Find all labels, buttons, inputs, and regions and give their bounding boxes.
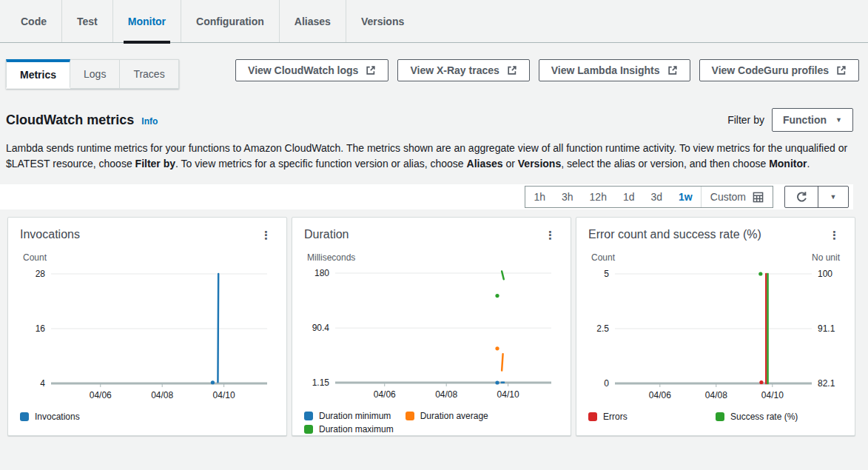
chart-title: Duration [304, 228, 349, 241]
external-link-icon [366, 65, 376, 75]
custom-range-button[interactable]: Custom [701, 187, 773, 207]
time-range-band: 1h3h12h1d3d1w Custom ▼ [0, 184, 853, 209]
range-1h[interactable]: 1h [525, 187, 554, 207]
legend-item-duration-average[interactable]: Duration average [406, 411, 488, 421]
filter-by-value: Function [783, 114, 827, 126]
subtab-metrics[interactable]: Metrics [6, 59, 70, 88]
svg-text:91.1: 91.1 [818, 323, 835, 334]
range-3h[interactable]: 3h [554, 187, 582, 207]
chart-plot-area: 4162804/0604/0804/10 [20, 268, 275, 403]
y-axis-label: Count [23, 252, 47, 263]
legend-marker [406, 412, 414, 420]
chart-legend: Invocations [20, 412, 275, 422]
subtab-traces[interactable]: Traces [120, 59, 178, 89]
range-1d[interactable]: 1d [615, 187, 643, 207]
view-cloudwatch-logs-button[interactable]: View CloudWatch logs [235, 59, 388, 81]
svg-text:04/10: 04/10 [497, 389, 519, 400]
svg-text:16: 16 [36, 323, 46, 334]
svg-text:04/06: 04/06 [649, 390, 671, 400]
filter-by-dropdown[interactable]: Function ▼ [772, 108, 853, 132]
chart-legend: ErrorsSuccess rate (%) [588, 412, 843, 422]
external-link-icon [667, 65, 678, 75]
svg-text:90.4: 90.4 [312, 323, 330, 333]
tab-monitor[interactable]: Monitor [112, 0, 181, 42]
caret-down-icon: ▼ [835, 116, 842, 124]
time-range-options: 1h3h12h1d3d1w [525, 187, 700, 207]
refresh-options-button[interactable]: ▼ [818, 187, 848, 207]
y-axis-label: Count [591, 252, 615, 263]
series-dot-duration-maximum [495, 294, 499, 298]
svg-text:28: 28 [36, 269, 46, 279]
y-axis-label-right: No unit [812, 252, 840, 263]
external-actions: View CloudWatch logsView X-Ray tracesVie… [235, 59, 862, 81]
filter-by-label: Filter by [727, 114, 764, 126]
calendar-icon [753, 192, 764, 203]
legend-item-duration-maximum[interactable]: Duration maximum [304, 424, 394, 434]
svg-text:0: 0 [604, 378, 609, 389]
legend-marker [20, 412, 29, 421]
external-link-icon [836, 65, 847, 75]
legend-item-errors[interactable]: Errors [588, 412, 716, 422]
monitor-subheader: MetricsLogsTraces View CloudWatch logsVi… [0, 43, 868, 89]
series-dot-duration-minimum [495, 380, 499, 384]
chart-plot-area: 1.1590.418004/0604/0804/10 [304, 267, 559, 402]
svg-text:100: 100 [818, 269, 832, 279]
svg-text:04/10: 04/10 [761, 390, 784, 400]
legend-label: Errors [603, 412, 628, 422]
svg-text:04/06: 04/06 [374, 389, 396, 400]
svg-text:4: 4 [40, 378, 45, 389]
legend-marker [716, 412, 724, 421]
legend-marker [588, 412, 597, 421]
series-line-duration-maximum [502, 272, 504, 280]
custom-range-label: Custom [710, 191, 746, 203]
tab-bar: CodeTestMonitorConfigurationAliasesVersi… [0, 0, 868, 43]
external-link-icon [507, 65, 517, 75]
view-x-ray-traces-button[interactable]: View X-Ray traces [397, 59, 529, 81]
series-line-duration-average [502, 354, 502, 370]
metrics-header-row: CloudWatch metrics Info Filter by Functi… [0, 89, 868, 132]
view-lambda-insights-button[interactable]: View Lambda Insights [539, 59, 690, 81]
series-line-invocations [218, 274, 218, 382]
kebab-menu-icon[interactable]: ⋮ [258, 228, 275, 242]
tab-versions[interactable]: Versions [346, 0, 419, 42]
series-dot-duration-average [495, 346, 499, 350]
page-title-group: CloudWatch metrics Info [6, 113, 158, 128]
legend-item-success-rate[interactable]: Success rate (%) [716, 412, 843, 422]
tab-test[interactable]: Test [61, 0, 112, 42]
kebab-menu-icon[interactable]: ⋮ [542, 228, 559, 242]
metrics-logs-traces-tabs: MetricsLogsTraces [6, 59, 179, 89]
svg-text:2.5: 2.5 [596, 323, 609, 334]
view-codeguru-profiles-button[interactable]: View CodeGuru profiles [699, 59, 859, 81]
legend-marker [304, 412, 313, 420]
info-link[interactable]: Info [141, 116, 158, 127]
subtab-logs[interactable]: Logs [70, 59, 120, 89]
button-label: View Lambda Insights [551, 64, 660, 76]
filter-by-group: Filter by Function ▼ [727, 108, 853, 132]
series-dot-errors [759, 380, 763, 384]
legend-marker [304, 425, 313, 434]
tab-code[interactable]: Code [6, 0, 61, 42]
range-3d[interactable]: 3d [643, 187, 671, 207]
svg-text:1.15: 1.15 [312, 377, 330, 388]
tab-aliases[interactable]: Aliases [279, 0, 346, 42]
refresh-button[interactable] [785, 187, 818, 207]
caret-down-icon: ▼ [830, 193, 837, 201]
y-axis-label: Milliseconds [307, 252, 355, 263]
legend-label: Success rate (%) [730, 412, 798, 422]
svg-text:180: 180 [314, 268, 329, 278]
legend-label: Duration minimum [319, 411, 391, 421]
svg-text:04/08: 04/08 [151, 390, 173, 400]
tab-configuration[interactable]: Configuration [181, 0, 279, 42]
chart-title: Invocations [20, 228, 80, 241]
chart-card-error-success: Error count and success rate (%) ⋮ Count… [576, 217, 855, 436]
chart-card-duration: Duration ⋮ Milliseconds 1.1590.418004/06… [292, 217, 571, 436]
refresh-icon [795, 191, 808, 204]
legend-item-duration-minimum[interactable]: Duration minimum [304, 411, 394, 421]
chart-legend: Duration minimumDuration averageDuration… [304, 411, 559, 434]
range-1w[interactable]: 1w [670, 187, 701, 207]
range-12h[interactable]: 12h [582, 187, 615, 207]
chart-card-invocations: Invocations ⋮ Count 4162804/0604/0804/10… [7, 217, 287, 436]
legend-item-invocations[interactable]: Invocations [20, 412, 80, 422]
chart-plot-area: 082.12.591.1510004/0604/0804/10 [588, 268, 843, 403]
kebab-menu-icon[interactable]: ⋮ [826, 228, 843, 242]
